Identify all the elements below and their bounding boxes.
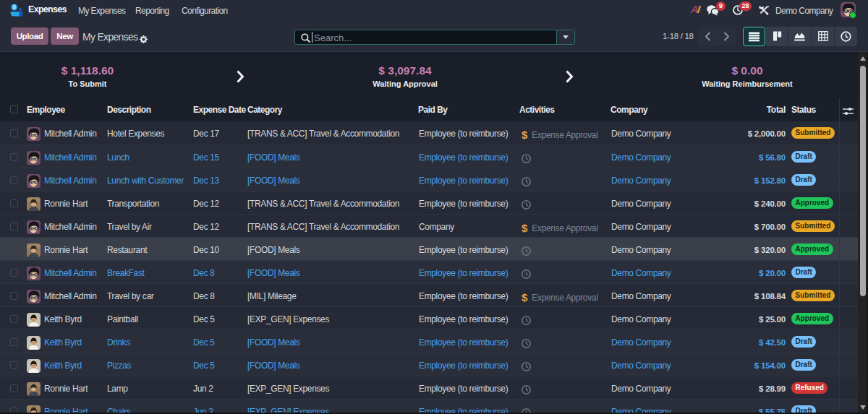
svg-text:$: $ bbox=[12, 4, 15, 10]
